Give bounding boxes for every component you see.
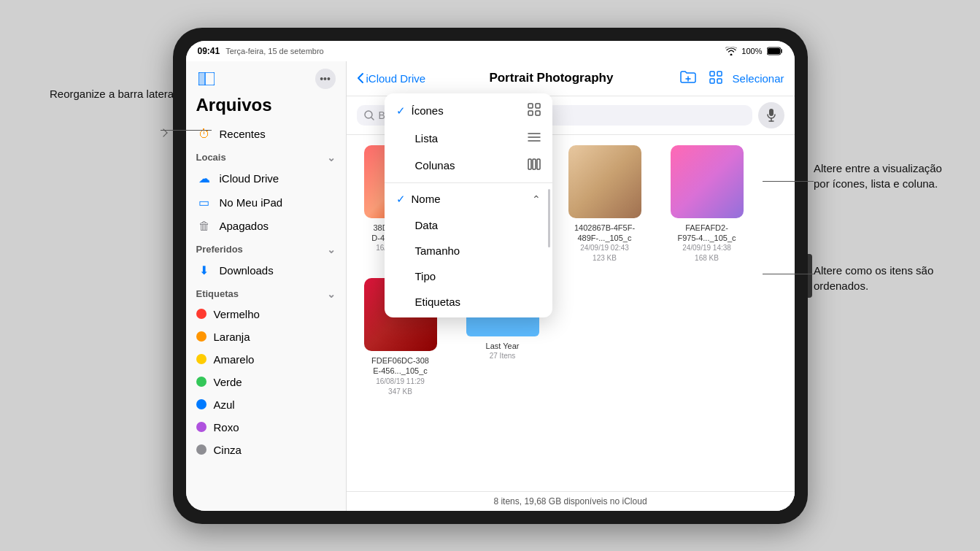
battery-icon (767, 47, 783, 55)
sidebar-section-locais[interactable]: Locais ⌄ (186, 146, 346, 166)
tag-item-azul[interactable]: Azul (186, 393, 346, 416)
sidebar-item-icloud-drive[interactable]: ☁ iCloud Drive (186, 166, 346, 190)
dropdown-item-data[interactable]: Data (385, 212, 552, 238)
dropdown-label-nome: Nome (412, 193, 441, 205)
download-icon: ⬇ (196, 263, 212, 277)
sidebar-title: Arquivos (186, 92, 346, 123)
sidebar-toggle-btn[interactable] (196, 69, 217, 89)
tag-item-cinza[interactable]: Cinza (186, 439, 346, 461)
tag-dot-azul (196, 399, 207, 409)
side-button[interactable] (808, 254, 812, 298)
file-thumb-4 (671, 145, 744, 218)
svg-rect-24 (533, 159, 536, 169)
svg-rect-16 (528, 104, 533, 108)
grid-icon (528, 103, 541, 119)
sidebar-item-label-downloads: Downloads (220, 264, 274, 277)
ipad-icon: ▭ (196, 196, 212, 209)
search-icon (364, 110, 374, 120)
sidebar-item-recentes[interactable]: ⏱ Recentes (186, 123, 346, 146)
file-item-3[interactable]: 1402867B-4F5F-489F-..._105_c 24/09/19 02… (561, 145, 649, 264)
mic-icon (766, 109, 776, 122)
dropdown-item-lista[interactable]: Lista (385, 126, 552, 152)
sidebar-section-preferidos[interactable]: Preferidos ⌄ (186, 238, 346, 258)
list-icon (528, 132, 541, 145)
dropdown-item-icones[interactable]: ✓ Ícones (385, 96, 552, 126)
dropdown-item-tamanho[interactable]: Tamanho (385, 238, 552, 263)
right-callout-top: Altere entre a visualização por ícones, … (814, 161, 960, 191)
tag-item-verde[interactable]: Verde (186, 371, 346, 393)
dropdown-label-etiquetas: Etiquetas (415, 296, 461, 308)
svg-rect-23 (528, 159, 531, 169)
right-callout-bottom: Altere como os itens são ordenados. (814, 263, 960, 293)
dropdown-label-tamanho: Tamanho (415, 244, 460, 257)
sidebar-item-label: Recentes (220, 128, 266, 140)
file-meta-4: 24/09/19 14:38168 KB (682, 243, 731, 263)
view-mode-button[interactable] (706, 68, 725, 89)
toolbar-actions: Selecionar (677, 67, 784, 90)
new-folder-button[interactable] (677, 67, 699, 90)
back-button[interactable]: iCloud Drive (357, 72, 426, 85)
tag-item-amarelo[interactable]: Amarelo (186, 348, 346, 371)
dropdown-label-lista: Lista (415, 132, 439, 145)
checkmark-icones: ✓ (396, 104, 406, 117)
callout-line-1 (161, 130, 212, 131)
file-name-4: FAEFAFD2-F975-4..._105_c (677, 223, 736, 244)
ipad-frame: 09:41 Terça-feira, 15 de setembro 100% (173, 28, 808, 524)
sidebar-item-apagados[interactable]: 🗑 Apagados (186, 215, 346, 238)
file-item-4[interactable]: FAEFAFD2-F975-4..._105_c 24/09/19 14:381… (663, 145, 751, 264)
sidebar-item-label: iCloud Drive (220, 172, 279, 185)
callout-line-3 (763, 274, 814, 274)
sidebar-more-btn[interactable]: ••• (315, 69, 336, 89)
chevron-down-locais: ⌄ (327, 152, 336, 163)
sidebar-item-label: No Meu iPad (220, 196, 283, 209)
dropdown-item-tipo[interactable]: Tipo (385, 263, 552, 289)
tag-dot-cinza (196, 444, 207, 455)
tag-item-roxo[interactable]: Roxo (186, 416, 346, 439)
svg-rect-19 (536, 111, 540, 115)
sidebar-item-downloads[interactable]: ⬇ Downloads (186, 258, 346, 282)
checkmark-nome: ✓ (396, 193, 406, 206)
chevron-up-nome: ⌃ (532, 193, 541, 205)
svg-rect-2 (198, 72, 204, 85)
tag-dot-verde (196, 377, 207, 387)
content-area: iCloud Drive Portrait Photography (347, 61, 795, 511)
toolbar: iCloud Drive Portrait Photography (347, 61, 795, 96)
tag-item-laranja[interactable]: Laranja (186, 325, 346, 348)
tag-item-vermelho[interactable]: Vermelho (186, 303, 346, 325)
file-name-3: 1402867B-4F5F-489F-..._105_c (574, 223, 635, 244)
dropdown-item-colunas[interactable]: Colunas (385, 152, 552, 180)
status-footer-text: 8 itens, 19,68 GB disponíveis no iCloud (493, 496, 647, 506)
back-label: iCloud Drive (366, 72, 426, 85)
file-meta-5: 16/08/19 11:29347 KB (376, 377, 425, 397)
tag-dot-vermelho (196, 309, 207, 319)
sidebar-item-label: Apagados (220, 220, 269, 232)
dropdown-scrollbar (548, 189, 550, 247)
columns-icon (528, 158, 541, 173)
dropdown-item-etiquetas[interactable]: Etiquetas (385, 289, 552, 315)
battery-label: 100% (741, 47, 762, 55)
more-icon: ••• (320, 73, 331, 85)
ipad-screen: 09:41 Terça-feira, 15 de setembro 100% (186, 41, 795, 511)
sidebar-section-etiquetas[interactable]: Etiquetas ⌄ (186, 282, 346, 303)
chevron-left-icon (357, 72, 364, 84)
sidebar-item-no-meu-ipad[interactable]: ▭ No Meu iPad (186, 190, 346, 215)
svg-rect-13 (769, 109, 773, 116)
status-right: 100% (725, 47, 782, 55)
mic-button[interactable] (758, 102, 784, 128)
svg-rect-8 (717, 72, 722, 76)
toolbar-title: Portrait Photography (433, 71, 669, 85)
select-button[interactable]: Selecionar (733, 72, 784, 85)
file-thumb-3 (568, 145, 641, 218)
content-status: 8 itens, 19,68 GB disponíveis no iCloud (347, 491, 795, 511)
svg-rect-9 (710, 79, 714, 83)
dropdown-label-colunas: Colunas (415, 159, 455, 172)
dropdown-menu: ✓ Ícones (385, 93, 552, 317)
dropdown-item-nome[interactable]: ✓ Nome ⌃ (385, 186, 552, 212)
dropdown-view-section: ✓ Ícones (385, 93, 552, 183)
svg-rect-25 (537, 159, 540, 169)
status-date: Terça-feira, 15 de setembro (225, 47, 324, 55)
svg-rect-17 (536, 104, 540, 108)
cloud-icon: ☁ (196, 172, 212, 185)
file-name-5: FDEF06DC-308E-456..._105_c (371, 355, 429, 377)
tag-dot-amarelo (196, 354, 207, 364)
